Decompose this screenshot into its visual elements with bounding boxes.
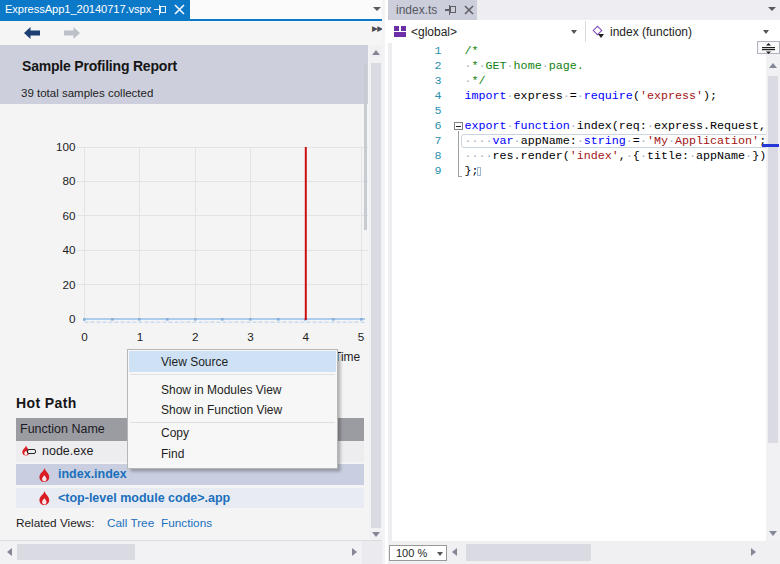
svg-text:2: 2	[192, 330, 199, 343]
svg-text:4: 4	[303, 330, 310, 343]
svg-text:100: 100	[56, 140, 76, 153]
svg-text:0: 0	[69, 312, 76, 325]
svg-text:40: 40	[62, 243, 76, 256]
svg-text:80: 80	[62, 174, 76, 187]
svg-text:0: 0	[81, 330, 88, 343]
svg-text:3: 3	[247, 330, 254, 343]
svg-text:5: 5	[358, 330, 365, 343]
svg-text:20: 20	[62, 278, 76, 291]
svg-text:60: 60	[62, 209, 76, 222]
svg-text:1: 1	[137, 330, 144, 343]
